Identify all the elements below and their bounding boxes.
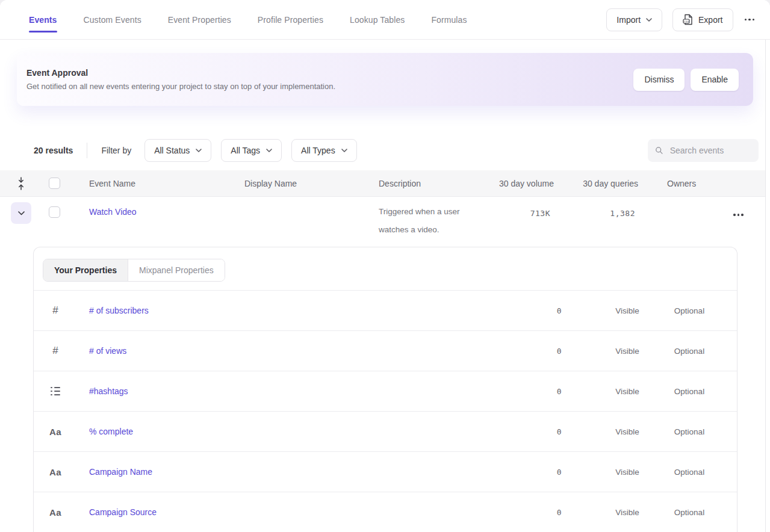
property-row: # # of views 0 Visible Optional <box>34 331 737 371</box>
property-row: # # of subscribers 0 Visible Optional <box>34 291 737 331</box>
event-properties-panel: Your Properties Mixpanel Properties # # … <box>33 247 737 532</box>
filter-by-label: Filter by <box>101 146 131 155</box>
property-visibility: Visible <box>603 468 651 477</box>
row-more-options-button[interactable] <box>732 210 745 220</box>
tab-label: Event Properties <box>168 15 231 25</box>
tab-events[interactable]: Events <box>29 0 57 39</box>
property-row: #hashtags 0 Visible Optional <box>34 371 737 412</box>
status-filter-label: All Status <box>154 146 190 155</box>
dismiss-button[interactable]: Dismiss <box>633 69 685 91</box>
tab-label: Lookup Tables <box>350 15 405 25</box>
property-row: Aa Campaign Name 0 Visible Optional <box>34 452 737 492</box>
event-description: Triggered when a user watches a video. <box>379 203 481 239</box>
property-name-link[interactable]: Campaign Source <box>89 507 157 517</box>
text-type-icon: Aa <box>47 452 64 492</box>
tab-formulas[interactable]: Formulas <box>431 0 467 39</box>
more-options-button[interactable] <box>744 15 756 25</box>
property-name-link[interactable]: # of views <box>89 346 126 356</box>
banner-actions: Dismiss Enable <box>633 69 739 91</box>
select-all-checkbox[interactable] <box>49 178 60 189</box>
top-nav: Events Custom Events Event Properties Pr… <box>0 0 770 40</box>
property-requirement: Optional <box>662 306 716 315</box>
event-approval-banner: Event Approval Get notified on all new e… <box>17 53 753 106</box>
tags-filter-label: All Tags <box>231 146 260 155</box>
property-name-link[interactable]: #hashtags <box>89 386 128 396</box>
property-queries: 0 <box>557 347 562 356</box>
row-checkbox[interactable] <box>49 206 60 218</box>
property-visibility: Visible <box>603 306 651 315</box>
export-button[interactable]: csv Export <box>672 8 733 31</box>
property-visibility: Visible <box>603 427 651 436</box>
col-30-day-queries: 30 day queries <box>583 170 638 197</box>
active-tab-indicator <box>29 31 57 32</box>
import-button[interactable]: Import <box>606 8 662 31</box>
property-requirement: Optional <box>662 387 716 396</box>
search-icon <box>655 146 663 155</box>
search-box <box>648 139 759 162</box>
property-requirement: Optional <box>662 508 716 517</box>
filter-toolbar: 20 results Filter by All Status All Tags… <box>34 135 759 165</box>
property-requirement: Optional <box>662 427 716 436</box>
property-visibility: Visible <box>603 508 651 517</box>
tab-event-properties[interactable]: Event Properties <box>168 0 231 39</box>
scrollbar[interactable] <box>765 40 766 532</box>
property-visibility: Visible <box>603 347 651 356</box>
status-filter-dropdown[interactable]: All Status <box>144 139 211 162</box>
tags-filter-dropdown[interactable]: All Tags <box>221 139 282 162</box>
types-filter-label: All Types <box>301 146 335 155</box>
tab-label: Events <box>29 15 57 25</box>
property-requirement: Optional <box>662 468 716 477</box>
list-type-icon <box>47 371 64 411</box>
results-count: 20 results <box>34 146 73 155</box>
properties-tab-switcher: Your Properties Mixpanel Properties <box>43 259 225 282</box>
event-30-day-volume: 713K <box>530 209 550 218</box>
search-input[interactable] <box>669 145 751 156</box>
col-30-day-volume: 30 day volume <box>499 170 554 197</box>
property-queries: 0 <box>557 306 562 315</box>
property-row: Aa Campaign Source 0 Visible Optional <box>34 492 737 532</box>
divider <box>87 143 87 158</box>
property-name-link[interactable]: % complete <box>89 427 133 436</box>
svg-text:csv: csv <box>684 20 689 23</box>
property-name-link[interactable]: Campaign Name <box>89 467 152 477</box>
property-visibility: Visible <box>603 387 651 396</box>
property-requirement: Optional <box>662 347 716 356</box>
property-queries: 0 <box>557 387 562 396</box>
property-queries: 0 <box>557 508 562 517</box>
types-filter-dropdown[interactable]: All Types <box>291 139 357 162</box>
event-name-link[interactable]: Watch Video <box>89 207 137 217</box>
chevron-down-icon <box>341 149 347 152</box>
enable-button[interactable]: Enable <box>691 69 739 91</box>
lexicon-events-page: Events Custom Events Event Properties Pr… <box>0 0 770 532</box>
chevron-down-icon <box>196 149 202 152</box>
nav-tabs: Events Custom Events Event Properties Pr… <box>29 0 467 39</box>
expand-row-button[interactable] <box>11 202 31 224</box>
tab-your-properties[interactable]: Your Properties <box>43 259 128 281</box>
event-30-day-queries: 1,382 <box>610 209 635 218</box>
property-queries: 0 <box>557 468 562 477</box>
banner-text: Event Approval Get notified on all new e… <box>26 68 335 91</box>
tab-label: Formulas <box>431 15 467 25</box>
chevron-down-icon <box>646 18 652 22</box>
text-type-icon: Aa <box>47 412 64 451</box>
import-label: Import <box>616 15 641 25</box>
tab-mixpanel-properties[interactable]: Mixpanel Properties <box>128 259 225 281</box>
tab-custom-events[interactable]: Custom Events <box>84 0 141 39</box>
tab-label: Profile Properties <box>258 15 323 25</box>
nav-actions: Import csv Export <box>606 8 756 31</box>
banner-title: Event Approval <box>26 68 335 78</box>
property-row: Aa % complete 0 Visible Optional <box>34 412 737 452</box>
export-label: Export <box>698 15 722 25</box>
col-display-name: Display Name <box>244 170 297 197</box>
property-name-link[interactable]: # of subscribers <box>89 306 149 315</box>
chevron-down-icon <box>266 149 272 152</box>
tab-lookup-tables[interactable]: Lookup Tables <box>350 0 405 39</box>
collapse-all-icon[interactable] <box>16 177 26 193</box>
tab-label: Custom Events <box>84 15 141 25</box>
property-list: # # of subscribers 0 Visible Optional # … <box>34 291 737 532</box>
col-owners: Owners <box>667 170 696 197</box>
table-row: Watch Video Triggered when a user watche… <box>0 197 766 247</box>
table-header: Event Name Display Name Description 30 d… <box>0 170 766 197</box>
tab-profile-properties[interactable]: Profile Properties <box>258 0 323 39</box>
col-event-name: Event Name <box>89 170 135 197</box>
